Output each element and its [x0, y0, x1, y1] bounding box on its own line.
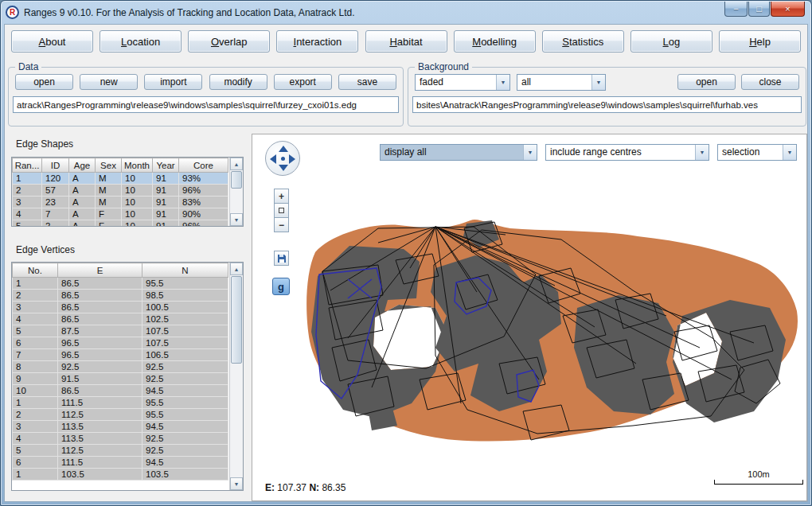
table-row[interactable]: 6111.594.5 [13, 457, 228, 469]
table-cell[interactable]: 2 [13, 185, 42, 197]
column-header[interactable]: E [58, 263, 142, 278]
column-header[interactable]: N [142, 263, 228, 278]
table-cell[interactable]: 92.5 [142, 373, 228, 385]
table-cell[interactable]: 92.5 [58, 361, 142, 373]
scroll-down-icon[interactable]: ▼ [230, 213, 243, 226]
table-row[interactable]: 587.5107.5 [13, 325, 228, 337]
minimize-button[interactable]: − [724, 2, 748, 17]
data-import-button[interactable]: import [144, 74, 202, 90]
table-cell[interactable]: A [69, 197, 96, 208]
table-row[interactable]: 1111.595.5 [13, 397, 228, 409]
table-cell[interactable]: 4 [13, 313, 58, 325]
table-row[interactable]: 1086.594.5 [13, 385, 228, 397]
table-cell[interactable]: 8 [13, 361, 58, 373]
table-row[interactable]: 286.598.5 [13, 290, 228, 302]
table-cell[interactable]: 7 [42, 208, 69, 220]
about-button[interactable]: About [11, 30, 93, 53]
column-header[interactable]: Sex [96, 158, 122, 173]
table-cell[interactable]: 83% [179, 197, 228, 208]
table-row[interactable]: 186.595.5 [13, 278, 228, 290]
maximize-button[interactable]: □ [748, 2, 770, 17]
table-cell[interactable]: 1 [13, 278, 58, 290]
table-cell[interactable]: 10 [122, 208, 153, 220]
zoom-out-button[interactable]: − [274, 217, 289, 232]
data-new-button[interactable]: new [80, 74, 138, 90]
table-cell[interactable]: 111.5 [58, 457, 142, 469]
table-cell[interactable]: 103.5 [142, 469, 228, 481]
table-cell[interactable]: 86.5 [58, 290, 142, 302]
table-cell[interactable]: 86.5 [58, 302, 142, 313]
table-cell[interactable]: 91 [153, 173, 179, 185]
zoom-extent-button[interactable] [274, 203, 289, 218]
table-cell[interactable]: 86.5 [58, 385, 142, 397]
table-cell[interactable]: 86.5 [58, 313, 142, 325]
pan-right-icon[interactable] [289, 154, 295, 164]
table-cell[interactable]: M [96, 185, 122, 197]
table-row[interactable]: 47AF109190% [13, 208, 228, 220]
table-row[interactable]: 3113.594.5 [13, 421, 228, 433]
table-cell[interactable]: A [69, 220, 96, 228]
scrollbar-thumb[interactable] [231, 171, 242, 189]
scroll-down-icon[interactable]: ▼ [230, 477, 243, 490]
table-cell[interactable]: 9 [13, 373, 58, 385]
column-header[interactable]: Core [179, 158, 228, 173]
table-cell[interactable]: 91 [153, 220, 179, 228]
table-cell[interactable]: 95.5 [142, 409, 228, 421]
overlap-button[interactable]: Overlap [188, 30, 270, 53]
zoom-in-button[interactable]: + [274, 189, 289, 204]
modelling-button[interactable]: Modelling [454, 30, 536, 53]
table-cell[interactable]: 106.5 [142, 349, 228, 361]
table-cell[interactable]: 10 [13, 385, 58, 397]
chevron-down-icon[interactable]: ▼ [496, 75, 509, 90]
table-cell[interactable]: 4 [13, 433, 58, 445]
table-cell[interactable]: F [96, 220, 122, 228]
table-cell[interactable]: 92.5 [142, 361, 228, 373]
table-cell[interactable]: 1 [13, 469, 58, 481]
table-cell[interactable]: 91 [153, 208, 179, 220]
statistics-button[interactable]: Statistics [542, 30, 624, 53]
table-row[interactable]: 5112.592.5 [13, 445, 228, 457]
map-canvas[interactable] [299, 179, 805, 478]
table-cell[interactable]: 5 [13, 325, 58, 337]
table-cell[interactable]: 10 [122, 185, 153, 197]
data-open-button[interactable]: open [15, 74, 73, 90]
table-cell[interactable]: 113.5 [58, 433, 142, 445]
table-cell[interactable]: F [96, 208, 122, 220]
table-cell[interactable]: 5 [13, 220, 42, 228]
range-centres-select[interactable]: include range centres ▼ [545, 144, 709, 161]
table-row[interactable]: 52AF109196% [13, 220, 228, 228]
table-cell[interactable]: 103.5 [58, 469, 142, 481]
table-cell[interactable]: 1 [13, 397, 58, 409]
table-cell[interactable]: 92.5 [142, 433, 228, 445]
table-row[interactable]: 796.5106.5 [13, 349, 228, 361]
table-cell[interactable]: 95.5 [142, 397, 228, 409]
table-cell[interactable]: 107.5 [142, 325, 228, 337]
display-mode-select[interactable]: display all ▼ [380, 144, 537, 161]
table-row[interactable]: 1120AM109193% [13, 173, 228, 185]
close-button[interactable]: × [771, 2, 805, 17]
table-cell[interactable]: M [96, 173, 122, 185]
chevron-down-icon[interactable]: ▼ [783, 145, 796, 160]
table-cell[interactable]: 1 [13, 173, 42, 185]
table-cell[interactable]: 91.5 [58, 373, 142, 385]
table-row[interactable]: 486.5102.5 [13, 313, 228, 325]
data-modify-button[interactable]: modify [209, 74, 267, 90]
table-cell[interactable]: 96.5 [58, 349, 142, 361]
background-filter-select[interactable]: all ▼ [517, 74, 606, 91]
data-save-button[interactable]: save [338, 74, 396, 90]
chevron-down-icon[interactable]: ▼ [695, 145, 709, 160]
table-row[interactable]: 323AM109183% [13, 197, 228, 208]
table-cell[interactable]: 96% [179, 185, 228, 197]
table-cell[interactable]: 2 [13, 409, 58, 421]
table-cell[interactable]: 6 [13, 337, 58, 349]
table-row[interactable]: 991.592.5 [13, 373, 228, 385]
log-button[interactable]: Log [630, 30, 712, 53]
column-header[interactable]: Year [153, 158, 179, 173]
g-button[interactable]: g [272, 278, 290, 295]
column-header[interactable]: Ran... [13, 158, 42, 173]
column-header[interactable]: Age [69, 158, 96, 173]
data-path-input[interactable] [13, 96, 399, 113]
help-button[interactable]: Help [719, 30, 801, 53]
chevron-down-icon[interactable]: ▼ [591, 75, 605, 90]
table-cell[interactable]: 94.5 [142, 421, 228, 433]
